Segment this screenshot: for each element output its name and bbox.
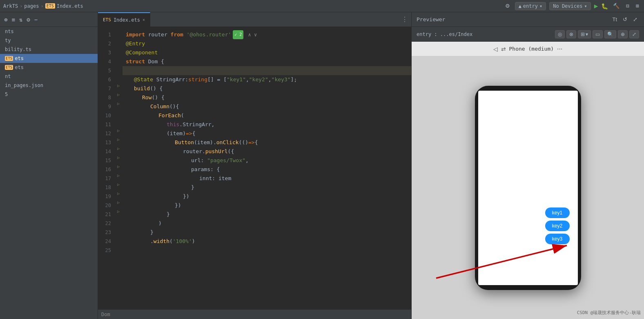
gutter-arrow-16[interactable]: ▷ [117, 164, 120, 169]
phone-screen: key1 key2 key3 [478, 91, 578, 285]
gutter-arrow-19[interactable]: ▷ [117, 191, 120, 196]
preview-subheader: entry : ...es/Index ◎ ⊗ ⊞ ▾ ▭ 🔍 [412, 27, 644, 42]
code-line-17: innt: item [123, 174, 411, 183]
gutter-15: ▷ [114, 153, 123, 162]
gutter-2 [114, 36, 123, 45]
breadcrumb-sep2: › [40, 3, 43, 9]
no-devices-button[interactable]: No Devices ▾ [549, 2, 591, 10]
gutter-arrow-18[interactable]: ▷ [117, 182, 120, 187]
gutter-5 [114, 63, 123, 72]
gutter-arrow-13[interactable]: ▷ [117, 137, 120, 142]
gutter-7: ▷ [114, 81, 123, 90]
gutter-24 [114, 234, 123, 243]
device-orient-button[interactable]: ⇄ [501, 46, 506, 52]
editor-menu-button[interactable]: ⋮ [398, 14, 411, 25]
sidebar-ets2-icon: ETS [5, 65, 13, 70]
sidebar-item-ets2[interactable]: ETS ets [0, 63, 98, 72]
sidebar-item-bility-label: bility.ts [5, 47, 31, 52]
gutter-10 [114, 108, 123, 117]
code-content[interactable]: import router from '@ohos.router' ✓ 2 ∧ … [123, 27, 411, 309]
preview-path: entry : ...es/Index [417, 31, 472, 37]
preview-frame-btn[interactable]: ▭ [593, 30, 603, 38]
preview-refresh-icon[interactable]: ↺ [621, 16, 629, 23]
preview-menu-icon[interactable]: ⤢ [631, 16, 639, 23]
preview-inspector-btn[interactable]: ◎ [555, 30, 565, 38]
profile-button[interactable]: 🔨 [611, 2, 621, 10]
entry-dropdown[interactable]: ▲ entry ▾ [515, 2, 546, 10]
code-line-18: } [123, 183, 411, 192]
sidebar-item-nt-label: nt [5, 74, 11, 79]
preview-font-size-icon[interactable]: Tt [611, 16, 619, 23]
code-editor[interactable]: 1 2 3 4 5 6 7 8 9 10 11 12 13 14 15 16 1… [98, 27, 411, 309]
gutter-arrow-17[interactable]: ▷ [117, 173, 120, 178]
preview-zoom-in-btn[interactable]: ⊕ [618, 30, 628, 38]
sidebar-close-icon[interactable]: − [33, 16, 38, 24]
main-layout: ⊕ ≡ ⇅ ⚙ − nts ty bility.ts ETS ets ETS e… [0, 12, 644, 319]
line-num-12: 12 [98, 129, 111, 138]
preview-layout-grid-btn[interactable]: ⊞ ▾ [578, 30, 591, 38]
device-select-row: ◁ ⇄ Phone (medium) ··· [493, 45, 563, 53]
gutter-arrow-8[interactable]: ▷ [117, 92, 120, 97]
tab-close-icon[interactable]: × [143, 18, 145, 22]
sidebar-item-pages-json[interactable]: in_pages.json [0, 81, 98, 90]
line-num-11: 11 [98, 120, 111, 129]
run-button[interactable]: ▶ [594, 2, 598, 10]
sidebar-item-ty[interactable]: ty [0, 36, 98, 45]
gutter-arrow-7[interactable]: ▷ [117, 83, 120, 88]
watermark: CSDN @瑞晟技术服务中心-耿瑞 [577, 310, 641, 316]
code-line-13: Button (item). onClick (() => { [123, 138, 411, 147]
preview-layers-btn[interactable]: ⊗ [566, 30, 576, 38]
layout-grid-icon: ⊞ [581, 31, 585, 37]
sidebar-settings-icon[interactable]: ⚙ [26, 16, 31, 24]
preview-layout-chevron: ▾ [586, 31, 588, 37]
sidebar-item-ets1[interactable]: ETS ets [0, 54, 98, 63]
preview-search-btn[interactable]: 🔍 [604, 30, 616, 38]
terminal-button[interactable]: ⊟ [624, 2, 631, 10]
code-line-12: (item) => { [123, 129, 411, 138]
gutter-6 [114, 72, 123, 81]
gutter-22 [114, 216, 123, 225]
sidebar-item-nt[interactable]: nt [0, 72, 98, 81]
sidebar: ⊕ ≡ ⇅ ⚙ − nts ty bility.ts ETS ets ETS e… [0, 12, 98, 319]
gutter-arrow-14[interactable]: ▷ [117, 146, 120, 151]
tab-label: Index.ets [114, 17, 140, 23]
preview-fullscreen-btn[interactable]: ⤢ [629, 30, 639, 38]
code-line-9: Column (){ [123, 102, 411, 111]
device-prev-button[interactable]: ◁ [493, 46, 498, 52]
fullscreen-icon: ⤢ [632, 31, 636, 37]
phone-button-key3[interactable]: key3 [545, 234, 570, 244]
preview-content: key1 key2 key3 [412, 56, 644, 319]
settings-icon[interactable]: ⚙ [504, 2, 512, 10]
layout-button[interactable]: ⊞ [634, 2, 641, 10]
code-line-10: ForEach ( [123, 111, 411, 120]
sidebar-item-5[interactable]: 5 [0, 90, 98, 99]
inspector-icon: ◎ [558, 31, 562, 37]
sidebar-expand-icon[interactable]: ⇅ [18, 16, 23, 24]
gutter-arrow-21[interactable]: ▷ [117, 209, 120, 214]
sidebar-ets1-icon: ETS [5, 56, 13, 61]
gutter-13: ▷ [114, 135, 123, 144]
device-more-button[interactable]: ··· [557, 45, 562, 53]
gutter-arrow-9[interactable]: ▷ [117, 101, 120, 106]
sidebar-collapse-icon[interactable]: ≡ [11, 16, 16, 24]
gutter-arrow-12[interactable]: ▷ [117, 128, 120, 133]
status-bar: Dom [98, 309, 411, 319]
zoom-in-icon: ⊕ [621, 31, 625, 37]
gutter-arrow-20[interactable]: ▷ [117, 200, 120, 205]
gutter-arrow-15[interactable]: ▷ [117, 155, 120, 160]
line-num-13: 13 [98, 138, 111, 147]
phone-button-key2[interactable]: key2 [545, 221, 570, 231]
gutter-4 [114, 54, 123, 63]
gutter-14: ▷ [114, 144, 123, 153]
code-line-15: url: "pages/Twox" , [123, 156, 411, 165]
debug-button[interactable]: 🐛 [601, 3, 608, 9]
phone-button-key1[interactable]: key1 [545, 207, 570, 218]
sidebar-item-nts[interactable]: nts [0, 27, 98, 36]
sidebar-item-ty-label: ty [5, 38, 11, 43]
code-line-5 [123, 66, 411, 75]
sidebar-item-bility[interactable]: bility.ts [0, 45, 98, 54]
sidebar-item-nts-label: nts [5, 29, 14, 34]
sidebar-new-file-icon[interactable]: ⊕ [3, 16, 8, 24]
tab-index-ets[interactable]: ETS Index.ets × [98, 12, 150, 27]
code-line-20: }) [123, 201, 411, 210]
